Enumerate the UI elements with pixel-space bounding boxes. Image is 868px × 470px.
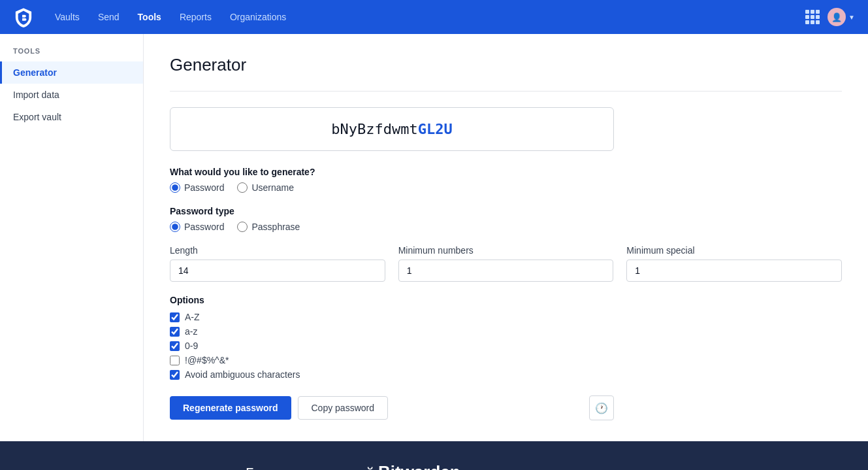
- checkbox-avoid-ambiguous[interactable]: Avoid ambiguous characters: [170, 369, 614, 380]
- type-passphrase-radio[interactable]: [237, 222, 248, 232]
- checkbox-special-input[interactable]: [170, 356, 180, 365]
- checkbox-az-lower-input[interactable]: [170, 327, 180, 337]
- options-section: Options A-Z a-z 0-9 !@#$%^&* Avoid ambig…: [170, 295, 614, 380]
- bottom-banner: Генератор паролей Bitwarden может создав…: [0, 441, 868, 470]
- user-menu-button[interactable]: 👤 ▼: [828, 8, 855, 26]
- checkbox-ambiguous-input[interactable]: [170, 370, 180, 380]
- fields-row: Length Minimum numbers Minimum special: [170, 245, 842, 282]
- copy-password-button[interactable]: Copy password: [298, 396, 389, 420]
- min-numbers-field-group: Minimum numbers: [398, 245, 614, 282]
- chevron-down-icon: ▼: [848, 14, 855, 21]
- password-type-group: Password Passphrase: [170, 222, 614, 232]
- grid-icon: [805, 10, 820, 24]
- checkbox-special-chars[interactable]: !@#$%^&*: [170, 355, 614, 365]
- password-type-section: Password type Password Passphrase: [170, 206, 614, 232]
- nav-right: 👤 ▼: [805, 8, 855, 26]
- type-password-radio[interactable]: [170, 222, 180, 232]
- buttons-row: Regenerate password Copy password 🕐: [170, 395, 614, 420]
- generate-password-radio[interactable]: [170, 182, 180, 193]
- nav-vaults[interactable]: Vaults: [47, 8, 88, 26]
- nav-organizations[interactable]: Organizations: [222, 8, 294, 26]
- checkbox-az-upper[interactable]: A-Z: [170, 312, 614, 322]
- avatar: 👤: [828, 8, 846, 26]
- generate-type-section: What would you like to generate? Passwor…: [170, 167, 614, 193]
- divider: [170, 91, 842, 92]
- bitwarden-logo: [13, 7, 34, 27]
- length-input[interactable]: [170, 260, 385, 282]
- generate-username-option[interactable]: Username: [237, 182, 294, 193]
- nav-tools[interactable]: Tools: [130, 8, 169, 26]
- generate-type-group: Password Username: [170, 182, 614, 193]
- sidebar-item-generator[interactable]: Generator: [0, 61, 143, 84]
- generate-username-radio[interactable]: [237, 182, 248, 193]
- nav-reports[interactable]: Reports: [172, 8, 219, 26]
- checkbox-09[interactable]: 0-9: [170, 341, 614, 351]
- main-content: Generator bNyBzfdwmtGL2U What would you …: [144, 34, 868, 441]
- grid-menu-button[interactable]: [805, 10, 820, 24]
- history-button[interactable]: 🕐: [589, 395, 614, 420]
- password-type-label: Password type: [170, 206, 614, 216]
- type-password-option[interactable]: Password: [170, 222, 224, 232]
- sidebar-title: TOOLS: [0, 44, 143, 61]
- checkbox-az-upper-input[interactable]: [170, 312, 180, 322]
- main-layout: TOOLS Generator Import data Export vault…: [0, 34, 868, 441]
- page-title: Generator: [170, 55, 842, 75]
- banner-text-before: Генератор паролей: [246, 465, 378, 470]
- banner-brand: Bitwarden: [378, 462, 460, 470]
- nav-links: Vaults Send Tools Reports Organizations: [47, 8, 800, 26]
- min-special-label: Minimum special: [626, 245, 842, 256]
- nav-send[interactable]: Send: [90, 8, 127, 26]
- banner-text-after: может создавать имена: [460, 465, 622, 470]
- checkbox-az-lower[interactable]: a-z: [170, 326, 614, 337]
- length-label: Length: [170, 245, 385, 256]
- checkbox-09-input[interactable]: [170, 341, 180, 351]
- length-field-group: Length: [170, 245, 385, 282]
- history-icon: 🕐: [595, 402, 608, 414]
- options-title: Options: [170, 295, 614, 305]
- password-plain-part: bNyBzfdwmt: [331, 121, 417, 137]
- type-passphrase-option[interactable]: Passphrase: [237, 222, 300, 232]
- generate-question-label: What would you like to generate?: [170, 167, 614, 177]
- min-numbers-label: Minimum numbers: [398, 245, 614, 256]
- min-special-field-group: Minimum special: [626, 245, 842, 282]
- sidebar-item-import[interactable]: Import data: [0, 84, 143, 106]
- min-special-input[interactable]: [626, 260, 842, 282]
- sidebar: TOOLS Generator Import data Export vault: [0, 34, 144, 441]
- generate-password-option[interactable]: Password: [170, 182, 224, 193]
- min-numbers-input[interactable]: [398, 260, 614, 282]
- regenerate-button[interactable]: Regenerate password: [170, 396, 291, 420]
- password-highlight-part: GL2U: [418, 121, 453, 137]
- top-nav: Vaults Send Tools Reports Organizations …: [0, 0, 868, 34]
- password-display: bNyBzfdwmtGL2U: [170, 107, 614, 151]
- sidebar-item-export[interactable]: Export vault: [0, 106, 143, 128]
